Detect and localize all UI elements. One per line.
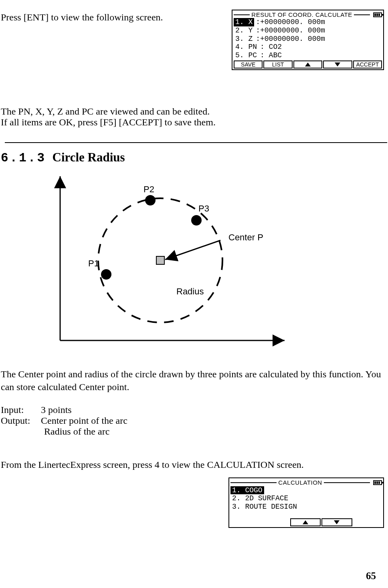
svg-point-5	[101, 269, 111, 280]
diagram-label-p3: P3	[198, 203, 209, 214]
instruction-text: Press [ENT] to view the following screen…	[1, 10, 227, 23]
circle-radius-diagram: P1 P2 P3 Center P Radius	[48, 172, 305, 348]
output-value-1: Center point of the arc	[41, 415, 127, 426]
softkey-list[interactable]: LIST	[263, 60, 292, 68]
lcd2-line-1: 1. COGO	[230, 486, 382, 495]
output-label: Output:	[1, 415, 41, 426]
arrow-down-icon	[334, 520, 340, 524]
lcd1-line-3: 3. Z :+00000000. 000m	[234, 35, 382, 43]
page-number: 65	[366, 570, 376, 582]
diagram-label-p1: P1	[88, 258, 99, 269]
diagram-label-radius: Radius	[176, 286, 204, 297]
svg-rect-3	[156, 256, 164, 264]
svg-point-6	[145, 195, 156, 205]
diagram-label-p2: P2	[143, 184, 154, 195]
lcd1-title: RESULT OF COORD. CALCULATE	[251, 11, 352, 18]
softkey-save[interactable]: SAVE	[234, 60, 263, 68]
section-divider	[5, 142, 387, 143]
para-edit-text: The PN, X, Y, Z and PC are viewed and ca…	[1, 106, 386, 117]
lcd1-line-1: 1. X :+00000000. 000m	[234, 18, 382, 26]
lcd1-line-2: 2. Y :+00000000. 000m	[234, 26, 382, 35]
input-value: 3 points	[41, 405, 72, 415]
lcd-result-screen: RESULT OF COORD. CALCULATE 1. X :+000000…	[232, 10, 384, 70]
battery-icon	[373, 12, 382, 17]
diagram-label-center: Center P	[228, 232, 263, 243]
description-text: The Center point and radius of the circl…	[0, 368, 388, 394]
softkey-down[interactable]	[323, 60, 352, 68]
lcd1-line-4: 4. PN : CO2	[234, 43, 382, 51]
lcd-calculation-screen: CALCULATION 1. COGO 2. 2D SURFACE 3. ROU…	[228, 477, 384, 528]
svg-point-7	[191, 215, 202, 226]
softkey-accept[interactable]: ACCEPT	[353, 60, 382, 68]
para-accept-text: If all items are OK, press [F5] [ACCEPT]…	[1, 117, 386, 128]
softkey-up[interactable]	[290, 518, 321, 526]
softkey-blank	[230, 518, 259, 526]
softkey-blank	[353, 518, 382, 526]
output-value-2: Radius of the arc	[41, 426, 109, 437]
arrow-up-icon	[305, 62, 311, 66]
arrow-down-icon	[335, 62, 340, 66]
softkey-up[interactable]	[293, 60, 322, 68]
lcd2-line-2: 2. 2D SURFACE	[230, 494, 382, 503]
lcd2-line-3: 3. ROUTE DESIGN	[230, 503, 382, 511]
lcd1-line-5: 5. PC : ABC	[234, 51, 382, 60]
lcd2-title: CALCULATION	[278, 479, 322, 486]
navigation-instruction: From the LinertecExpress screen, press 4…	[0, 459, 388, 470]
softkey-down[interactable]	[321, 518, 352, 526]
svg-line-4	[165, 240, 220, 260]
section-heading: 6.1.3 Circle Radius	[0, 150, 388, 165]
battery-icon	[373, 480, 382, 485]
arrow-up-icon	[303, 520, 308, 524]
input-label: Input:	[1, 405, 41, 415]
softkey-blank	[260, 518, 289, 526]
